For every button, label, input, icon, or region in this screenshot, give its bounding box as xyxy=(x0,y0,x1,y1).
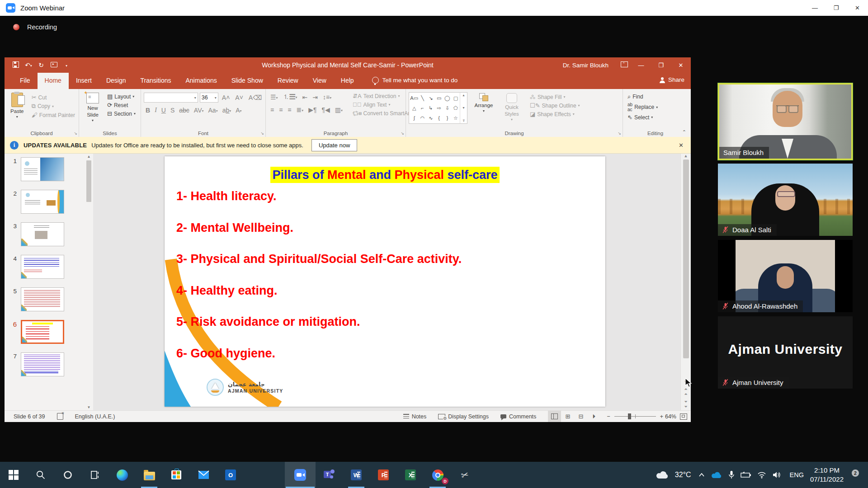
spellcheck-icon[interactable] xyxy=(57,413,63,420)
highlight-color-button[interactable]: ab̲▾ xyxy=(221,106,233,114)
slideshow-view-button[interactable]: ⏵ xyxy=(587,411,600,422)
copy-button[interactable]: ⧉Copy▾ xyxy=(30,102,77,111)
slide-thumbnail-7[interactable]: 7 xyxy=(5,352,93,376)
justify-button[interactable]: ≣▾ xyxy=(295,106,306,114)
shape-effects-button[interactable]: ◪Shape Effects▾ xyxy=(528,110,582,118)
arrange-button[interactable]: Arrange▾ xyxy=(472,92,495,113)
zoom-slider-thumb[interactable] xyxy=(628,413,631,419)
reading-view-button[interactable]: ⊟ xyxy=(574,411,587,422)
character-spacing-button[interactable]: AV▾ xyxy=(192,106,206,114)
align-center-button[interactable]: ≡ xyxy=(277,106,284,114)
replace-button[interactable]: abacReplace▾ xyxy=(626,101,686,113)
word-button[interactable]: W xyxy=(343,462,370,488)
font-dialog-launcher[interactable]: ↘ xyxy=(260,131,264,136)
layout-button[interactable]: ▤Layout▾ xyxy=(105,92,137,101)
slide-thumbnail-4[interactable]: 4 xyxy=(5,255,93,279)
update-now-button[interactable]: Update now xyxy=(311,139,357,151)
scroll-up-icon[interactable]: ▲ xyxy=(684,154,688,158)
microphone-icon[interactable] xyxy=(728,470,735,479)
microsoft-store-button[interactable] xyxy=(163,462,190,488)
language-indicator[interactable]: ENG xyxy=(790,471,804,479)
zoom-percent[interactable]: 64% xyxy=(665,413,676,420)
find-button[interactable]: ⌕Find xyxy=(626,92,686,101)
task-view-button[interactable] xyxy=(81,462,108,488)
cortana-button[interactable] xyxy=(54,462,81,488)
redo-icon[interactable]: ↻ xyxy=(35,61,47,69)
tab-home[interactable]: Home xyxy=(38,73,69,89)
outlook-button[interactable] xyxy=(217,462,244,488)
start-button[interactable] xyxy=(0,462,27,488)
fit-slide-button[interactable] xyxy=(680,413,687,420)
line-spacing-button[interactable]: ↕≡▾ xyxy=(321,93,333,101)
taskbar-clock[interactable]: 2:10 PM 07/11/2022 xyxy=(810,466,844,484)
drawing-dialog-launcher[interactable]: ↘ xyxy=(618,131,621,136)
clear-formatting-button[interactable]: A⌫ xyxy=(247,94,264,102)
tab-slide-show[interactable]: Slide Show xyxy=(224,73,270,89)
underline-button[interactable]: U xyxy=(160,106,168,114)
increase-indent-button[interactable]: ⇥ xyxy=(311,93,320,101)
align-right-button[interactable]: ≡ xyxy=(286,106,293,114)
ribbon-display-options-icon[interactable] xyxy=(618,61,631,69)
video-tile-ahood-al-rawashdeh[interactable]: Ahood Al-Rawashdeh xyxy=(718,240,853,312)
weather-temperature[interactable]: 32°C xyxy=(675,471,691,479)
undo-icon[interactable]: ↶▾ xyxy=(23,61,34,69)
new-slide-button[interactable]: New Slide▾ xyxy=(82,91,104,123)
bold-button[interactable]: B xyxy=(144,106,152,114)
previous-slide-button[interactable]: ⏶⏶ xyxy=(684,387,687,397)
slide-thumbnail-6[interactable]: 6 xyxy=(5,320,93,344)
share-button[interactable]: Share xyxy=(660,76,684,83)
format-painter-button[interactable]: 🖌Format Painter xyxy=(30,111,77,119)
onedrive-icon[interactable] xyxy=(711,471,722,479)
zoom-minimize-button[interactable]: — xyxy=(804,0,826,16)
tray-chevron-icon[interactable] xyxy=(698,473,705,477)
tab-insert[interactable]: Insert xyxy=(69,73,99,89)
reset-button[interactable]: ⟳Reset xyxy=(105,101,137,109)
chrome-button[interactable]: D xyxy=(424,462,451,488)
change-case-button[interactable]: Aa▾ xyxy=(207,106,220,114)
slide-thumbnail-5[interactable]: 5 xyxy=(5,287,93,311)
normal-view-button[interactable] xyxy=(548,411,561,422)
comments-button[interactable]: Comments xyxy=(500,413,536,420)
font-color-button[interactable]: A▾ xyxy=(234,106,243,114)
account-name[interactable]: Dr. Samir Bloukh xyxy=(563,62,609,69)
thumbnail-scrollbar[interactable]: ▲ ▼ xyxy=(85,155,93,409)
select-button[interactable]: ⇖Select▾ xyxy=(626,113,686,122)
zoom-close-button[interactable]: ✕ xyxy=(847,0,868,16)
edge-button[interactable] xyxy=(108,462,136,488)
next-slide-button[interactable]: ⏷⏷ xyxy=(684,399,687,409)
collapse-ribbon-button[interactable]: ⌃ xyxy=(682,129,686,135)
tab-animations[interactable]: Animations xyxy=(178,73,224,89)
text-shadow-button[interactable]: S xyxy=(169,106,176,114)
clipboard-dialog-launcher[interactable]: ↘ xyxy=(74,131,77,136)
save-icon[interactable] xyxy=(10,61,22,69)
quick-styles-button[interactable]: Quick Styles▾ xyxy=(500,92,524,122)
thumbnail-preview[interactable] xyxy=(21,320,64,344)
ltr-button[interactable]: ▶¶ xyxy=(307,106,318,114)
zoom-in-button[interactable]: + xyxy=(660,413,663,420)
zoom-app-button[interactable] xyxy=(285,462,316,488)
grow-font-button[interactable]: A˄ xyxy=(220,94,232,102)
paste-button[interactable]: Paste▾ xyxy=(7,91,27,119)
weather-cloud-icon[interactable] xyxy=(656,470,669,479)
slide-canvas[interactable]: Pillars of Mental and Physical self-care… xyxy=(165,156,605,407)
font-name-combobox[interactable]: ▾ xyxy=(144,93,198,103)
notes-button[interactable]: Notes xyxy=(403,413,427,420)
scrollbar-thumb[interactable] xyxy=(683,160,689,358)
rtl-button[interactable]: ¶◀ xyxy=(320,106,332,114)
thumbnail-preview[interactable] xyxy=(21,222,64,246)
shape-outline-button[interactable]: ☐✎Shape Outline▾ xyxy=(528,101,582,110)
paragraph-dialog-launcher[interactable]: ↘ xyxy=(401,131,404,136)
shrink-font-button[interactable]: A˅ xyxy=(233,94,245,102)
italic-button[interactable]: I xyxy=(153,106,159,114)
snipping-tool-button[interactable]: ✂ xyxy=(451,462,478,488)
strikethrough-button[interactable]: abc xyxy=(177,106,191,114)
search-button[interactable] xyxy=(27,462,54,488)
ppt-minimize-button[interactable]: — xyxy=(631,57,651,73)
tell-me-box[interactable]: Tell me what you want to do xyxy=(372,73,458,89)
scroll-down-icon[interactable]: ▼ xyxy=(87,405,91,409)
thumbnail-preview[interactable] xyxy=(21,255,64,279)
tab-help[interactable]: Help xyxy=(334,73,361,89)
battery-icon[interactable] xyxy=(741,472,751,478)
shapes-gallery-scrollbar[interactable]: ▲▼⊽ xyxy=(460,93,467,123)
thumbnail-preview[interactable] xyxy=(21,352,64,376)
